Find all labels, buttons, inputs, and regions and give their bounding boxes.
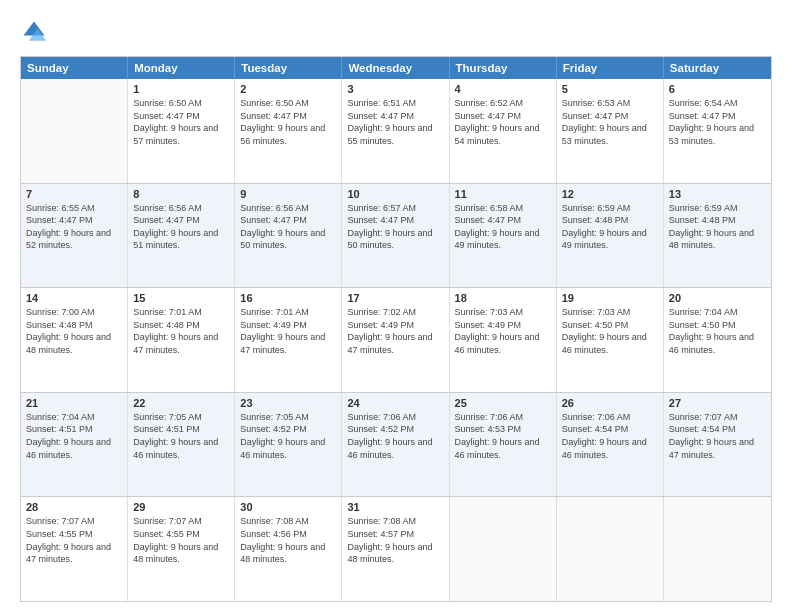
day-number: 6 (669, 83, 766, 95)
header-day-monday: Monday (128, 57, 235, 79)
cell-info: Sunrise: 7:02 AM Sunset: 4:49 PM Dayligh… (347, 306, 443, 356)
cell-info: Sunrise: 7:06 AM Sunset: 4:54 PM Dayligh… (562, 411, 658, 461)
day-number: 19 (562, 292, 658, 304)
calendar-row-1: 1Sunrise: 6:50 AM Sunset: 4:47 PM Daylig… (21, 79, 771, 183)
day-number: 7 (26, 188, 122, 200)
day-number: 13 (669, 188, 766, 200)
day-number: 31 (347, 501, 443, 513)
calendar-cell-2: 2Sunrise: 6:50 AM Sunset: 4:47 PM Daylig… (235, 79, 342, 183)
calendar-cell-18: 18Sunrise: 7:03 AM Sunset: 4:49 PM Dayli… (450, 288, 557, 392)
day-number: 23 (240, 397, 336, 409)
header-day-wednesday: Wednesday (342, 57, 449, 79)
cell-info: Sunrise: 6:55 AM Sunset: 4:47 PM Dayligh… (26, 202, 122, 252)
day-number: 10 (347, 188, 443, 200)
day-number: 28 (26, 501, 122, 513)
day-number: 16 (240, 292, 336, 304)
calendar-cell-14: 14Sunrise: 7:00 AM Sunset: 4:48 PM Dayli… (21, 288, 128, 392)
calendar-cell-29: 29Sunrise: 7:07 AM Sunset: 4:55 PM Dayli… (128, 497, 235, 601)
calendar-cell-11: 11Sunrise: 6:58 AM Sunset: 4:47 PM Dayli… (450, 184, 557, 288)
cell-info: Sunrise: 6:51 AM Sunset: 4:47 PM Dayligh… (347, 97, 443, 147)
calendar-cell-24: 24Sunrise: 7:06 AM Sunset: 4:52 PM Dayli… (342, 393, 449, 497)
cell-info: Sunrise: 7:05 AM Sunset: 4:51 PM Dayligh… (133, 411, 229, 461)
cell-info: Sunrise: 6:57 AM Sunset: 4:47 PM Dayligh… (347, 202, 443, 252)
day-number: 4 (455, 83, 551, 95)
calendar-cell-13: 13Sunrise: 6:59 AM Sunset: 4:48 PM Dayli… (664, 184, 771, 288)
cell-info: Sunrise: 6:56 AM Sunset: 4:47 PM Dayligh… (133, 202, 229, 252)
calendar-cell-4: 4Sunrise: 6:52 AM Sunset: 4:47 PM Daylig… (450, 79, 557, 183)
cell-info: Sunrise: 6:53 AM Sunset: 4:47 PM Dayligh… (562, 97, 658, 147)
header-day-thursday: Thursday (450, 57, 557, 79)
calendar-cell-19: 19Sunrise: 7:03 AM Sunset: 4:50 PM Dayli… (557, 288, 664, 392)
day-number: 29 (133, 501, 229, 513)
day-number: 24 (347, 397, 443, 409)
cell-info: Sunrise: 6:54 AM Sunset: 4:47 PM Dayligh… (669, 97, 766, 147)
cell-info: Sunrise: 7:06 AM Sunset: 4:53 PM Dayligh… (455, 411, 551, 461)
cell-info: Sunrise: 6:59 AM Sunset: 4:48 PM Dayligh… (669, 202, 766, 252)
cell-info: Sunrise: 7:04 AM Sunset: 4:51 PM Dayligh… (26, 411, 122, 461)
day-number: 5 (562, 83, 658, 95)
calendar-cell-5: 5Sunrise: 6:53 AM Sunset: 4:47 PM Daylig… (557, 79, 664, 183)
day-number: 11 (455, 188, 551, 200)
day-number: 14 (26, 292, 122, 304)
calendar-cell-28: 28Sunrise: 7:07 AM Sunset: 4:55 PM Dayli… (21, 497, 128, 601)
day-number: 20 (669, 292, 766, 304)
calendar-cell-27: 27Sunrise: 7:07 AM Sunset: 4:54 PM Dayli… (664, 393, 771, 497)
day-number: 15 (133, 292, 229, 304)
calendar-cell-7: 7Sunrise: 6:55 AM Sunset: 4:47 PM Daylig… (21, 184, 128, 288)
cell-info: Sunrise: 7:01 AM Sunset: 4:48 PM Dayligh… (133, 306, 229, 356)
header-day-sunday: Sunday (21, 57, 128, 79)
cell-info: Sunrise: 7:08 AM Sunset: 4:57 PM Dayligh… (347, 515, 443, 565)
calendar-cell-empty (450, 497, 557, 601)
cell-info: Sunrise: 6:50 AM Sunset: 4:47 PM Dayligh… (240, 97, 336, 147)
calendar-header: SundayMondayTuesdayWednesdayThursdayFrid… (21, 57, 771, 79)
day-number: 17 (347, 292, 443, 304)
day-number: 8 (133, 188, 229, 200)
cell-info: Sunrise: 7:01 AM Sunset: 4:49 PM Dayligh… (240, 306, 336, 356)
day-number: 9 (240, 188, 336, 200)
day-number: 21 (26, 397, 122, 409)
cell-info: Sunrise: 7:08 AM Sunset: 4:56 PM Dayligh… (240, 515, 336, 565)
calendar-cell-3: 3Sunrise: 6:51 AM Sunset: 4:47 PM Daylig… (342, 79, 449, 183)
day-number: 2 (240, 83, 336, 95)
header-day-saturday: Saturday (664, 57, 771, 79)
day-number: 1 (133, 83, 229, 95)
calendar-cell-8: 8Sunrise: 6:56 AM Sunset: 4:47 PM Daylig… (128, 184, 235, 288)
cell-info: Sunrise: 6:52 AM Sunset: 4:47 PM Dayligh… (455, 97, 551, 147)
logo-icon (20, 18, 48, 46)
calendar-row-5: 28Sunrise: 7:07 AM Sunset: 4:55 PM Dayli… (21, 496, 771, 601)
calendar-cell-9: 9Sunrise: 6:56 AM Sunset: 4:47 PM Daylig… (235, 184, 342, 288)
calendar-row-2: 7Sunrise: 6:55 AM Sunset: 4:47 PM Daylig… (21, 183, 771, 288)
cell-info: Sunrise: 7:03 AM Sunset: 4:50 PM Dayligh… (562, 306, 658, 356)
calendar-row-4: 21Sunrise: 7:04 AM Sunset: 4:51 PM Dayli… (21, 392, 771, 497)
day-number: 12 (562, 188, 658, 200)
cell-info: Sunrise: 7:04 AM Sunset: 4:50 PM Dayligh… (669, 306, 766, 356)
calendar-cell-empty (21, 79, 128, 183)
calendar-cell-empty (557, 497, 664, 601)
calendar-cell-20: 20Sunrise: 7:04 AM Sunset: 4:50 PM Dayli… (664, 288, 771, 392)
calendar-cell-12: 12Sunrise: 6:59 AM Sunset: 4:48 PM Dayli… (557, 184, 664, 288)
day-number: 18 (455, 292, 551, 304)
header (20, 18, 772, 46)
day-number: 30 (240, 501, 336, 513)
calendar-cell-16: 16Sunrise: 7:01 AM Sunset: 4:49 PM Dayli… (235, 288, 342, 392)
calendar-cell-15: 15Sunrise: 7:01 AM Sunset: 4:48 PM Dayli… (128, 288, 235, 392)
calendar-cell-31: 31Sunrise: 7:08 AM Sunset: 4:57 PM Dayli… (342, 497, 449, 601)
cell-info: Sunrise: 6:50 AM Sunset: 4:47 PM Dayligh… (133, 97, 229, 147)
cell-info: Sunrise: 7:03 AM Sunset: 4:49 PM Dayligh… (455, 306, 551, 356)
logo (20, 18, 52, 46)
cell-info: Sunrise: 7:00 AM Sunset: 4:48 PM Dayligh… (26, 306, 122, 356)
cell-info: Sunrise: 7:07 AM Sunset: 4:54 PM Dayligh… (669, 411, 766, 461)
cell-info: Sunrise: 7:07 AM Sunset: 4:55 PM Dayligh… (133, 515, 229, 565)
calendar-cell-empty (664, 497, 771, 601)
calendar-cell-17: 17Sunrise: 7:02 AM Sunset: 4:49 PM Dayli… (342, 288, 449, 392)
day-number: 22 (133, 397, 229, 409)
calendar-cell-22: 22Sunrise: 7:05 AM Sunset: 4:51 PM Dayli… (128, 393, 235, 497)
calendar-cell-6: 6Sunrise: 6:54 AM Sunset: 4:47 PM Daylig… (664, 79, 771, 183)
cell-info: Sunrise: 7:07 AM Sunset: 4:55 PM Dayligh… (26, 515, 122, 565)
calendar-cell-21: 21Sunrise: 7:04 AM Sunset: 4:51 PM Dayli… (21, 393, 128, 497)
calendar: SundayMondayTuesdayWednesdayThursdayFrid… (20, 56, 772, 602)
page: SundayMondayTuesdayWednesdayThursdayFrid… (0, 0, 792, 612)
calendar-row-3: 14Sunrise: 7:00 AM Sunset: 4:48 PM Dayli… (21, 287, 771, 392)
day-number: 3 (347, 83, 443, 95)
calendar-cell-26: 26Sunrise: 7:06 AM Sunset: 4:54 PM Dayli… (557, 393, 664, 497)
